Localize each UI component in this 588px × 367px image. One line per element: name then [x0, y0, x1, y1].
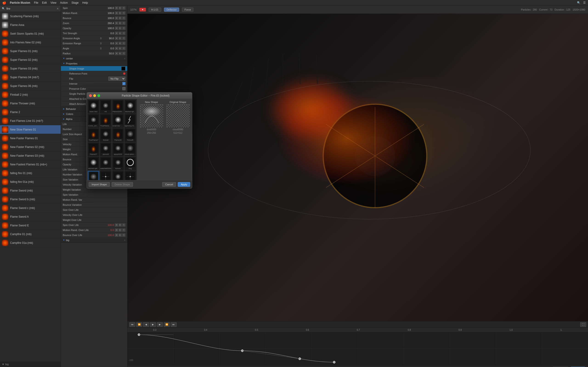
prop-spin-over-life-menu[interactable]: ≡: [122, 223, 125, 227]
prop-angle-value[interactable]: 0.0: [103, 47, 114, 50]
prop-emission-angle-value[interactable]: 90.0: [103, 37, 114, 40]
prop-opacity-value[interactable]: 100.0: [103, 27, 114, 30]
prop-bounce-menu[interactable]: ≡: [122, 17, 125, 20]
modal-close-button[interactable]: [89, 94, 92, 97]
skip-to-end-button[interactable]: ⏭: [171, 322, 177, 327]
skip-to-start-button[interactable]: ⏮: [129, 322, 135, 327]
shape-cell-12[interactable]: Flame27: [88, 142, 99, 156]
shape-cell-17[interactable]: waterfall0000: [100, 157, 111, 170]
prop-radius-increase[interactable]: ►: [119, 52, 122, 55]
particle-item-15[interactable]: New Faster Flames 02 (mb): [0, 143, 61, 151]
prop-motion-rand-decrease[interactable]: ◄: [115, 11, 118, 15]
force-button[interactable]: Force: [182, 8, 193, 12]
prop-motion-rand-menu[interactable]: ≡: [122, 11, 125, 15]
particle-item-18[interactable]: falling fire 01 (mb): [0, 169, 61, 177]
prop-opacity-decrease[interactable]: ◄: [115, 27, 118, 30]
particle-item-3[interactable]: Into Flames New 02 (mb): [0, 38, 61, 47]
modal-cancel-button[interactable]: Cancel: [162, 182, 176, 187]
particle-item-5[interactable]: Super Flames 02 (mb): [0, 56, 61, 64]
shape-cell-22[interactable]: ROKT001: [112, 171, 124, 180]
search-input[interactable]: [6, 7, 55, 10]
prop-radius-value[interactable]: 50.0: [103, 52, 114, 55]
prop-emission-angle-decrease[interactable]: ◄: [115, 37, 118, 40]
import-shape-button[interactable]: Import Shape: [89, 182, 110, 187]
prop-spin-decrease[interactable]: ◄: [115, 6, 118, 10]
particle-item-14[interactable]: New Faster Flames 01: [0, 134, 61, 143]
hud-button[interactable]: H.U.D.: [149, 8, 161, 12]
shape-cell-8[interactable]: TrueFlame7: [88, 128, 99, 142]
reference-point-indicator[interactable]: [123, 73, 125, 75]
particle-item-9[interactable]: Fireball 2 (mb): [0, 90, 61, 99]
menu-action[interactable]: Action: [60, 1, 68, 4]
prop-spin-value[interactable]: 100.0: [103, 7, 114, 9]
particle-item-24[interactable]: Flame Sword E: [0, 221, 61, 230]
prop-spin-over-life-decrease[interactable]: ◄: [115, 223, 118, 227]
prop-angle-decrease[interactable]: ◄: [115, 47, 118, 50]
prop-motion-rand-over-life-value[interactable]: 0.0: [103, 229, 114, 232]
next-frame-button[interactable]: ⏩: [164, 322, 170, 327]
particle-item-6[interactable]: Super Flames 03 (mb): [0, 64, 61, 73]
modal-apply-button[interactable]: Apply: [178, 182, 190, 187]
particle-item-8[interactable]: Super Flames 06 (mb): [0, 82, 61, 90]
prop-zoom-value[interactable]: 260.4: [103, 22, 114, 25]
particle-item-26[interactable]: Campfire 01a (mb): [0, 239, 61, 247]
shape-cell-15[interactable]: cloud advan...: [124, 142, 136, 156]
prop-tint-decrease[interactable]: ◄: [115, 32, 118, 35]
modal-zoom-button[interactable]: [97, 94, 100, 97]
particle-item-16[interactable]: New Faster Flames 03 (mb): [0, 151, 61, 160]
particle-item-19[interactable]: falling fire 01a (mb): [0, 177, 61, 186]
prop-bounce-over-life-value[interactable]: 100.0: [103, 234, 114, 236]
shape-cell-6[interactable]: small blur st...: [112, 114, 124, 128]
shape-cell-19[interactable]: ring: [124, 157, 136, 170]
particle-item-20[interactable]: Flame Sword (mb): [0, 186, 61, 195]
prop-emission-angle-menu[interactable]: ≡: [122, 37, 125, 40]
prop-opacity-increase[interactable]: ►: [119, 27, 122, 30]
particle-shape-editor-modal[interactable]: Particle Shape Editor – Fire.il3 (locked…: [86, 92, 192, 189]
prop-tint-increase[interactable]: ►: [119, 32, 122, 35]
prop-emission-range-value[interactable]: 0.0: [103, 42, 114, 45]
shape-cell-16[interactable]: blurred spk...: [88, 157, 99, 170]
menu-stage[interactable]: Stage: [71, 1, 78, 4]
prop-spin-over-life-increase[interactable]: ►: [119, 223, 122, 227]
prop-emission-range-increase[interactable]: ►: [119, 42, 122, 45]
shape-cell-11[interactable]: Tcloud5: [124, 128, 136, 142]
section-center[interactable]: ▼ center ≡: [61, 56, 127, 61]
prop-radius-decrease[interactable]: ◄: [115, 52, 118, 55]
prop-zoom-menu[interactable]: ≡: [122, 22, 125, 25]
expand-button[interactable]: ⛶: [580, 322, 586, 327]
particle-item-2[interactable]: Swirl Storm Sparks 01 (mb): [0, 29, 61, 38]
menu-help[interactable]: Help: [82, 1, 88, 4]
particle-item-17[interactable]: New Fastest Flames 01 (mb+): [0, 160, 61, 169]
prop-mrof-increase[interactable]: ►: [119, 228, 122, 232]
shape-cell-3[interactable]: blurred spl...: [124, 100, 136, 114]
prop-emission-range-decrease[interactable]: ◄: [115, 42, 118, 45]
prop-motion-rand-increase[interactable]: ►: [119, 11, 122, 15]
prop-radius-menu[interactable]: ≡: [122, 52, 125, 55]
prop-bol-decrease[interactable]: ◄: [115, 234, 118, 237]
shape-cell-18[interactable]: fulmini: [112, 157, 124, 170]
prop-tint-strength-value[interactable]: 0.0: [103, 32, 114, 35]
prop-angle-increase[interactable]: ►: [119, 47, 122, 50]
shape-cell-4[interactable]: Comic_smo...: [88, 114, 99, 128]
prop-bol-increase[interactable]: ►: [119, 234, 122, 237]
clear-search-icon[interactable]: ✕: [57, 7, 59, 10]
shape-cell-10[interactable]: Flame28: [112, 128, 124, 142]
prop-spin-increase[interactable]: ►: [119, 6, 122, 10]
section-properties[interactable]: ▼ Properties: [61, 61, 127, 66]
shape-cell-7[interactable]: lightning 01...: [124, 114, 136, 128]
shape-cell-1[interactable]: nf1: [100, 100, 111, 114]
prop-motion-rand-value[interactable]: 100.0: [103, 12, 114, 15]
shape-cell-21[interactable]: hubble_stars: [100, 171, 111, 180]
menu-edit[interactable]: Edit: [42, 1, 47, 4]
prop-mrof-menu[interactable]: ≡: [122, 228, 125, 232]
menu-file[interactable]: File: [34, 1, 38, 4]
prop-bounce-increase[interactable]: ►: [119, 17, 122, 20]
prop-zoom-decrease[interactable]: ◄: [115, 22, 118, 25]
prop-bounce-value[interactable]: 100.0: [103, 17, 114, 19]
particle-item-4[interactable]: Super Flames 01 (mb): [0, 47, 61, 56]
section-big-menu[interactable]: ≡: [124, 239, 125, 242]
shape-cell-5[interactable]: TrueFlame5X: [100, 114, 111, 128]
particle-item-1[interactable]: Flame Area: [0, 21, 61, 29]
particle-item-13[interactable]: New Slow Flames 01: [0, 125, 61, 134]
prop-opacity-menu[interactable]: ≡: [122, 27, 125, 30]
